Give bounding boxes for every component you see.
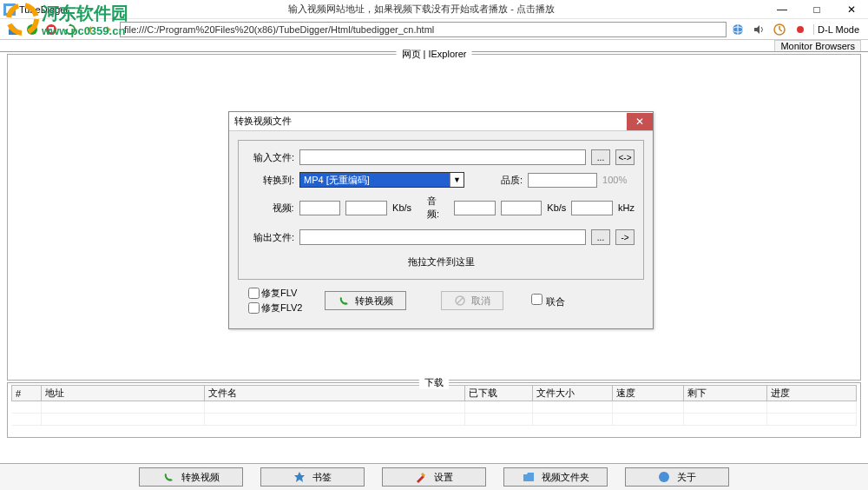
web-legend: 网页 | IExplorer bbox=[397, 48, 472, 61]
quality-label: 品质: bbox=[501, 174, 523, 187]
mode-dot-icon bbox=[792, 22, 808, 37]
format-combo[interactable]: MP4 [无重编码] ▼ bbox=[299, 172, 464, 188]
svg-rect-2 bbox=[6, 6, 13, 13]
audio-br-field[interactable] bbox=[454, 201, 496, 215]
bottom-bar: 转换视频 书签 设置 视频文件夹 关于 bbox=[0, 463, 868, 490]
clock-icon[interactable] bbox=[772, 22, 787, 37]
col-remain[interactable]: 剩下 bbox=[684, 386, 767, 401]
svg-rect-5 bbox=[49, 27, 54, 32]
audio-kbs-label: Kb/s bbox=[547, 202, 566, 213]
audio-khz-field[interactable] bbox=[571, 201, 613, 215]
handset-icon bbox=[162, 471, 174, 483]
svg-point-11 bbox=[659, 472, 669, 482]
app-icon bbox=[3, 3, 16, 16]
video-label: 视频: bbox=[247, 202, 294, 215]
home-icon[interactable] bbox=[5, 22, 21, 37]
output-file-field[interactable] bbox=[299, 229, 586, 245]
cancel-icon bbox=[454, 295, 466, 307]
svg-point-10 bbox=[797, 26, 804, 33]
monitor-browsers-tab[interactable]: Monitor Browsers bbox=[774, 40, 861, 51]
col-speed[interactable]: 速度 bbox=[613, 386, 684, 401]
dialog-form: 输入文件: ... <-> 转换到: MP4 [无重编码] ▼ 品质: 100%… bbox=[238, 140, 644, 280]
combine-checkbox[interactable]: 联合 bbox=[531, 294, 564, 308]
video-folder-label: 视频文件夹 bbox=[542, 471, 589, 484]
title-bar: TubeDigger 输入视频网站地址，如果视频下载没有开始或者播放 - 点击播… bbox=[0, 0, 868, 19]
swap-button[interactable]: <-> bbox=[615, 149, 635, 165]
cancel-label: 取消 bbox=[471, 295, 490, 308]
format-selected: MP4 [无重编码] bbox=[300, 173, 450, 187]
fix-flv-checkbox[interactable]: 修复FLV bbox=[248, 287, 302, 300]
col-downloaded[interactable]: 已下载 bbox=[465, 386, 533, 401]
handset-icon bbox=[338, 295, 350, 307]
table-row[interactable] bbox=[12, 401, 857, 414]
bookmark-button[interactable]: 书签 bbox=[260, 467, 365, 487]
convert-dialog: 转换视频文件 ✕ 输入文件: ... <-> 转换到: MP4 [无重编码] ▼… bbox=[228, 111, 654, 329]
sound-icon[interactable] bbox=[751, 22, 766, 37]
col-num[interactable]: # bbox=[12, 386, 42, 401]
video-kbs-label: Kb/s bbox=[392, 202, 411, 213]
table-row[interactable] bbox=[12, 414, 857, 426]
dialog-close-button[interactable]: ✕ bbox=[627, 113, 653, 130]
video-w-field[interactable] bbox=[299, 201, 341, 215]
maximize-button[interactable]: □ bbox=[809, 2, 825, 17]
browse-output-button[interactable]: ... bbox=[591, 229, 610, 245]
about-label: 关于 bbox=[677, 471, 696, 484]
svg-line-13 bbox=[457, 297, 464, 304]
drag-hint: 拖拉文件到这里 bbox=[247, 252, 635, 272]
col-progress[interactable]: 进度 bbox=[767, 386, 857, 401]
download-panel: 下载 # 地址 文件名 已下载 文件大小 速度 剩下 进度 bbox=[7, 382, 861, 438]
close-button[interactable]: ✕ bbox=[844, 2, 859, 17]
globe-small-icon bbox=[658, 471, 670, 483]
video-folder-button[interactable]: 视频文件夹 bbox=[503, 467, 608, 487]
window-title: TubeDigger bbox=[19, 4, 69, 15]
dialog-titlebar: 转换视频文件 ✕ bbox=[229, 112, 653, 131]
go-output-button[interactable]: -> bbox=[615, 229, 635, 245]
fix-flv2-checkbox[interactable]: 修复FLV2 bbox=[248, 301, 302, 315]
quality-field[interactable] bbox=[528, 173, 597, 188]
video-h-field[interactable] bbox=[345, 201, 387, 215]
audio-khz-label: kHz bbox=[618, 202, 635, 213]
browse-input-button[interactable]: ... bbox=[591, 149, 610, 165]
go-icon[interactable] bbox=[24, 22, 40, 37]
forward-icon[interactable] bbox=[101, 22, 116, 37]
download-legend: 下载 bbox=[419, 376, 449, 389]
back-icon[interactable] bbox=[82, 22, 97, 37]
quality-value: 100% bbox=[602, 175, 627, 185]
convert-video-label: 转换视频 bbox=[181, 471, 220, 484]
chevron-down-icon: ▼ bbox=[450, 173, 464, 187]
about-button[interactable]: 关于 bbox=[625, 467, 729, 487]
stop-icon[interactable] bbox=[43, 22, 59, 37]
settings-label: 设置 bbox=[434, 471, 453, 484]
tools-icon bbox=[415, 471, 427, 483]
star-icon bbox=[293, 471, 306, 483]
input-file-label: 输入文件: bbox=[247, 151, 294, 164]
dialog-title: 转换视频文件 bbox=[234, 115, 292, 128]
toolbar: file:///C:/Program%20Files%20(x86)/TubeD… bbox=[0, 19, 868, 40]
convert-label: 转换视频 bbox=[355, 295, 393, 308]
download-table: # 地址 文件名 已下载 文件大小 速度 剩下 进度 bbox=[11, 385, 857, 426]
input-file-field[interactable] bbox=[299, 149, 586, 165]
refresh-icon[interactable] bbox=[62, 22, 78, 37]
url-input[interactable]: file:///C:/Program%20Files%20(x86)/TubeD… bbox=[120, 22, 727, 37]
hint-text: 输入视频网站地址，如果视频下载没有开始或者播放 - 点击播放 bbox=[69, 3, 774, 16]
globe-icon[interactable] bbox=[730, 22, 746, 37]
col-size[interactable]: 文件大小 bbox=[533, 386, 613, 401]
col-url[interactable]: 地址 bbox=[42, 386, 205, 401]
bookmark-label: 书签 bbox=[312, 471, 332, 484]
convert-video-button[interactable]: 转换视频 bbox=[139, 467, 243, 487]
format-label: 转换到: bbox=[247, 174, 294, 187]
audio-sr-field[interactable] bbox=[501, 201, 542, 215]
convert-button[interactable]: 转换视频 bbox=[325, 291, 406, 310]
dl-mode-button[interactable]: D-L Mode bbox=[813, 24, 863, 35]
folder-icon bbox=[523, 471, 535, 483]
minimize-button[interactable]: — bbox=[774, 2, 790, 17]
audio-label: 音频: bbox=[427, 195, 449, 221]
settings-button[interactable]: 设置 bbox=[382, 467, 486, 487]
cancel-button[interactable]: 取消 bbox=[441, 291, 503, 310]
output-file-label: 输出文件: bbox=[247, 231, 294, 244]
